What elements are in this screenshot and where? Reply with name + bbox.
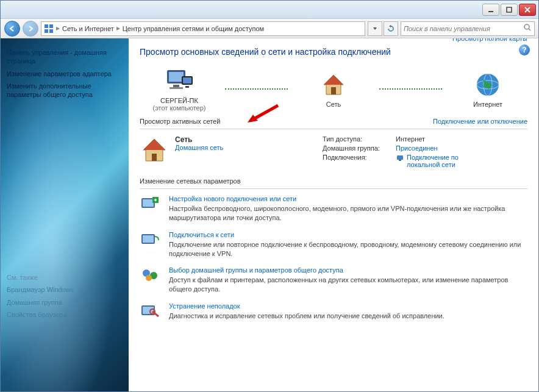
help-icon[interactable]: ? <box>519 45 530 55</box>
map-pc-name: СЕРГЕЙ-ПК <box>140 97 219 104</box>
breadcrumb-sharing-center[interactable]: Центр управления сетями и общим доступом <box>123 25 264 32</box>
house-icon <box>294 70 373 99</box>
map-network-label: Сеть <box>294 101 373 108</box>
chevron-right-icon: ▶ <box>116 26 120 31</box>
svg-rect-9 <box>173 85 179 87</box>
svg-point-6 <box>524 24 529 29</box>
task-description: Диагностика и исправление сетевых пробле… <box>169 312 527 321</box>
svg-rect-19 <box>397 155 403 160</box>
task-title-link[interactable]: Устранение неполадок <box>169 302 527 310</box>
search-input[interactable] <box>404 25 523 32</box>
svg-rect-5 <box>49 29 53 33</box>
task-title-link[interactable]: Выбор домашней группы и параметров общег… <box>169 266 527 274</box>
network-name: Сеть <box>175 135 223 144</box>
breadcrumb-dropdown-button[interactable] <box>368 21 382 36</box>
connections-label: Подключения: <box>323 154 396 168</box>
task-description: Настройка беспроводного, широкополосного… <box>169 204 527 223</box>
map-connector <box>379 88 442 90</box>
svg-rect-20 <box>399 160 401 161</box>
task-connect-network: Подключиться к сети Подключение или повт… <box>140 231 527 258</box>
svg-rect-14 <box>331 87 336 94</box>
tasks-list: Настройка нового подключения или сети На… <box>140 195 527 321</box>
sidebar-homegroup[interactable]: Домашняя группа <box>7 298 123 307</box>
divider <box>140 188 527 189</box>
breadcrumb-network[interactable]: Сеть и Интернет <box>62 25 114 32</box>
map-connector <box>225 88 288 90</box>
task-description: Подключение или повторное подключение к … <box>169 240 527 258</box>
task-title-link[interactable]: Подключиться к сети <box>169 231 527 238</box>
search-box[interactable] <box>401 21 535 36</box>
sidebar-change-sharing-settings[interactable]: Изменить дополнительные параметры общего… <box>7 82 123 99</box>
svg-rect-13 <box>185 86 189 88</box>
sidebar-internet-options[interactable]: Свойства браузера <box>7 310 123 319</box>
connect-network-icon <box>140 231 162 248</box>
body: Панель управления - домашняя страница Из… <box>1 38 538 391</box>
svg-rect-22 <box>143 199 154 207</box>
active-networks-header: Просмотр активных сетей Подключение или … <box>140 118 527 125</box>
svg-rect-18 <box>152 154 157 161</box>
breadcrumb[interactable]: ▶ Сеть и Интернет ▶ Центр управления сет… <box>41 21 365 36</box>
task-troubleshoot: Устранение неполадок Диагностика и испра… <box>140 302 527 321</box>
svg-point-28 <box>146 275 152 281</box>
svg-rect-8 <box>169 72 184 82</box>
connection-link[interactable]: Подключение по локальной сети <box>407 154 492 168</box>
change-settings-label: Изменение сетевых параметров <box>140 177 241 185</box>
connect-disconnect-link[interactable]: Подключение или отключение <box>433 118 527 125</box>
svg-rect-1 <box>507 7 512 12</box>
lan-icon <box>396 154 404 163</box>
access-type-value: Интернет <box>396 135 425 143</box>
house-icon <box>140 135 169 165</box>
search-icon <box>523 23 532 34</box>
chevron-right-icon: ▶ <box>56 26 60 31</box>
view-full-map-link[interactable]: Просмотр полной карты <box>140 38 527 42</box>
svg-rect-4 <box>45 29 48 33</box>
titlebar <box>1 1 538 19</box>
homegroup-icon <box>140 266 162 283</box>
svg-rect-25 <box>143 235 154 243</box>
close-button[interactable] <box>519 4 536 16</box>
divider <box>140 129 527 129</box>
sidebar: Панель управления - домашняя страница Из… <box>1 38 129 391</box>
control-panel-icon <box>44 24 54 34</box>
svg-rect-10 <box>170 87 183 89</box>
sidebar-control-panel-home[interactable]: Панель управления - домашняя страница <box>7 48 123 66</box>
minimize-button[interactable] <box>482 4 499 16</box>
sidebar-windows-firewall[interactable]: Брандмауэр Windows <box>7 285 123 294</box>
svg-rect-2 <box>45 24 48 28</box>
troubleshoot-icon <box>140 302 162 319</box>
task-title-link[interactable]: Настройка нового подключения или сети <box>169 195 527 202</box>
see-also-header: См. также <box>7 274 38 281</box>
main-content: ? Просмотр основных сведений о сети и на… <box>129 38 538 391</box>
refresh-button[interactable] <box>384 21 398 36</box>
setup-connection-icon <box>140 195 162 212</box>
page-title: Просмотр основных сведений о сети и наст… <box>140 47 527 57</box>
access-type-label: Тип доступа: <box>323 135 396 143</box>
network-type-link[interactable]: Домашняя сеть <box>175 144 223 151</box>
active-network-row: Сеть Домашняя сеть Тип доступа:Интернет … <box>140 135 527 170</box>
svg-rect-0 <box>488 11 493 12</box>
forward-button[interactable] <box>23 21 38 37</box>
homegroup-value-link[interactable]: Присоединен <box>396 144 438 152</box>
active-networks-label: Просмотр активных сетей <box>140 118 220 125</box>
navbar: ▶ Сеть и Интернет ▶ Центр управления сет… <box>1 19 538 38</box>
map-internet-label: Интернет <box>448 101 527 108</box>
globe-icon <box>448 70 527 99</box>
sidebar-change-adapter-settings[interactable]: Изменение параметров адаптера <box>7 69 123 78</box>
task-setup-connection: Настройка нового подключения или сети На… <box>140 195 527 223</box>
map-this-pc[interactable]: СЕРГЕЙ-ПК (этот компьютер) <box>140 66 219 112</box>
svg-rect-3 <box>49 24 53 28</box>
svg-rect-30 <box>143 307 154 314</box>
task-description: Доступ к файлам и принтерам, расположенн… <box>169 276 527 294</box>
computer-icon <box>140 66 219 96</box>
window: ▶ Сеть и Интернет ▶ Центр управления сет… <box>0 0 539 392</box>
map-pc-sub: (этот компьютер) <box>140 104 219 112</box>
maximize-button[interactable] <box>501 4 518 16</box>
map-network[interactable]: Сеть <box>294 70 373 108</box>
network-map: СЕРГЕЙ-ПК (этот компьютер) Сеть Интернет <box>140 66 527 112</box>
back-button[interactable] <box>4 21 20 37</box>
change-settings-header: Изменение сетевых параметров <box>140 177 527 185</box>
svg-rect-12 <box>183 77 191 84</box>
homegroup-label: Домашняя группа: <box>323 144 396 152</box>
map-internet[interactable]: Интернет <box>448 70 527 108</box>
task-homegroup-sharing: Выбор домашней группы и параметров общег… <box>140 266 527 294</box>
